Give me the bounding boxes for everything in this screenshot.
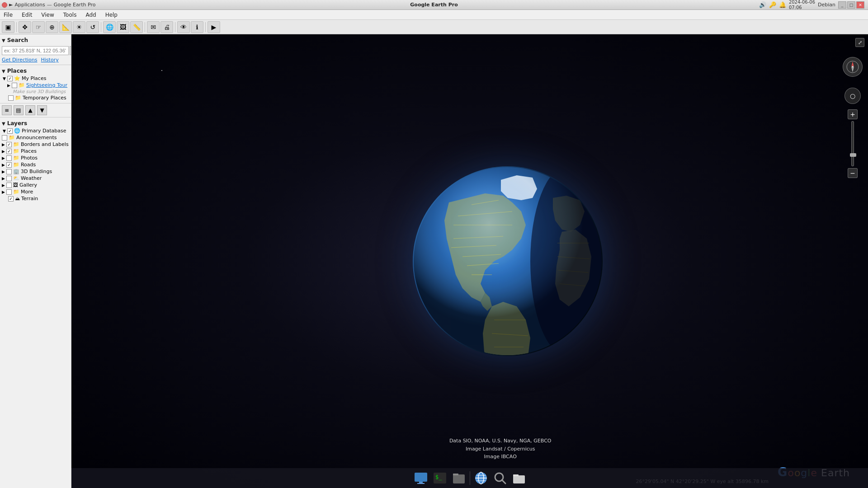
taskbar-files-btn[interactable] bbox=[450, 469, 468, 487]
history-link[interactable]: History bbox=[41, 57, 59, 63]
movie-btn[interactable]: ▶ bbox=[208, 21, 220, 33]
show-sidebar-btn[interactable]: ▣ bbox=[2, 21, 14, 33]
taskbar-desktop-btn[interactable] bbox=[412, 469, 430, 487]
sun-btn[interactable]: ☀ bbox=[73, 21, 85, 33]
sightseeing-check[interactable] bbox=[12, 83, 17, 88]
fly-btn[interactable]: 🌐 bbox=[103, 21, 116, 33]
panel-btn-list[interactable]: ≡ bbox=[2, 105, 12, 115]
photos-check[interactable] bbox=[6, 155, 12, 161]
globe-view[interactable]: ⤢ Data SIO, NOAA, U.S. Navy, NGA, GEBCO … bbox=[71, 34, 868, 488]
email-btn[interactable]: ✉ bbox=[147, 21, 160, 33]
taskbar-search-btn[interactable] bbox=[491, 469, 509, 487]
close-button[interactable] bbox=[2, 2, 7, 8]
weather-check[interactable] bbox=[6, 176, 12, 181]
svg-point-49 bbox=[852, 66, 854, 68]
menu-add[interactable]: Add bbox=[84, 11, 98, 19]
taskbar-folder-btn[interactable] bbox=[510, 469, 528, 487]
svg-rect-56 bbox=[453, 474, 458, 475]
menu-view[interactable]: View bbox=[39, 11, 56, 19]
places-layer-check[interactable]: ✓ bbox=[6, 149, 12, 154]
title-sep: — bbox=[47, 2, 52, 8]
temp-check[interactable] bbox=[8, 95, 14, 101]
zoom-tool-btn[interactable]: ⊕ bbox=[46, 21, 58, 33]
layer-primary-db[interactable]: ▼ ✓ 🌐 Primary Database bbox=[2, 127, 69, 134]
panel-btn-up[interactable]: ▲ bbox=[25, 105, 35, 115]
earth-globe[interactable] bbox=[413, 166, 603, 356]
minimize-btn[interactable]: _ bbox=[838, 1, 846, 9]
ruler-btn[interactable]: 📐 bbox=[59, 21, 72, 33]
tree-note: Make sure 3D Buildings bbox=[2, 89, 69, 94]
more-check[interactable] bbox=[6, 189, 12, 195]
taskbar-folder-icon bbox=[512, 471, 526, 485]
roads-check[interactable]: ✓ bbox=[6, 162, 12, 168]
taskbar-sep-1 bbox=[470, 471, 470, 485]
tree-temp-places[interactable]: 📁 Temporary Places bbox=[2, 94, 69, 101]
sightseeing-label[interactable]: Sightseeing Tour bbox=[26, 82, 67, 88]
layer-places[interactable]: ▶ ✓ 📁 Places bbox=[2, 148, 69, 155]
tour-btn[interactable]: ↺ bbox=[86, 21, 99, 33]
maximize-btn[interactable]: □ bbox=[847, 1, 855, 9]
layers-header[interactable]: ▼ Layers bbox=[2, 119, 69, 127]
gallery-check[interactable] bbox=[6, 183, 12, 188]
borders-check[interactable]: ✓ bbox=[6, 142, 12, 147]
zoom-in-btn[interactable]: + bbox=[848, 109, 858, 119]
ann-label: Announcements bbox=[16, 135, 57, 141]
taskbar-globe-btn[interactable] bbox=[472, 469, 490, 487]
speaker-icon[interactable]: 🔊 bbox=[759, 1, 766, 8]
applications-label[interactable]: Applications bbox=[14, 2, 45, 8]
orbit-control[interactable]: ○ bbox=[844, 88, 861, 104]
menu-file[interactable]: File bbox=[2, 11, 14, 19]
layer-borders[interactable]: ▶ ✓ 📁 Borders and Labels bbox=[2, 141, 69, 148]
close-win-btn[interactable]: ✕ bbox=[856, 1, 864, 9]
ann-check[interactable] bbox=[2, 135, 7, 141]
globe-container bbox=[413, 166, 603, 356]
info-btn[interactable]: ℹ bbox=[191, 21, 203, 33]
print-btn[interactable]: 🖨 bbox=[160, 21, 173, 33]
photo-btn[interactable]: 🖼 bbox=[117, 21, 129, 33]
taskbar-terminal-btn[interactable]: $_ bbox=[431, 469, 449, 487]
bell-icon[interactable]: 🔔 bbox=[779, 1, 786, 8]
panel-btn-down[interactable]: ▼ bbox=[37, 105, 47, 115]
zoom-out-btn[interactable]: − bbox=[848, 168, 858, 178]
move-tool-btn[interactable]: ✥ bbox=[19, 21, 31, 33]
borders-folder-icon: 📁 bbox=[13, 141, 19, 147]
layer-announcements[interactable]: 📁 Announcements bbox=[2, 134, 69, 141]
sightseeing-folder-icon: 📁 bbox=[19, 82, 25, 88]
ann-folder-icon: 📁 bbox=[9, 135, 15, 141]
layer-terrain[interactable]: ✓ ⛰ Terrain bbox=[2, 195, 69, 202]
search-input[interactable] bbox=[2, 46, 69, 55]
fullscreen-button[interactable]: ⤢ bbox=[855, 38, 864, 47]
places-layer-expand: ▶ bbox=[2, 149, 5, 154]
window-center-title: Google Earth Pro bbox=[410, 2, 458, 8]
get-directions-link[interactable]: Get Directions bbox=[2, 57, 38, 63]
my-places-label: My Places bbox=[22, 75, 46, 81]
layer-3d-buildings[interactable]: ▶ 🏢 3D Buildings bbox=[2, 168, 69, 175]
layer-weather[interactable]: ▶ ⛅ Weather bbox=[2, 175, 69, 182]
menu-tools[interactable]: Tools bbox=[61, 11, 79, 19]
tree-sightseeing[interactable]: ▶ 📁 Sightseeing Tour bbox=[2, 82, 69, 89]
tree-my-places[interactable]: ▼ ✓ ⭐ My Places bbox=[2, 75, 69, 82]
3d-check[interactable] bbox=[6, 169, 12, 174]
measure-btn[interactable]: 📏 bbox=[130, 21, 143, 33]
zoom-track[interactable] bbox=[851, 121, 854, 166]
search-header[interactable]: ▼ Search bbox=[2, 36, 69, 44]
zoom-thumb[interactable] bbox=[850, 153, 856, 157]
layer-gallery[interactable]: ▶ 🖼 Gallery bbox=[2, 182, 69, 188]
layer-roads[interactable]: ▶ ✓ 📁 Roads bbox=[2, 161, 69, 168]
my-places-check[interactable]: ✓ bbox=[7, 76, 13, 81]
primary-db-check[interactable]: ✓ bbox=[7, 128, 13, 134]
hand-tool-btn[interactable]: ☞ bbox=[32, 21, 45, 33]
places-header[interactable]: ▼ Places bbox=[2, 67, 69, 75]
compass-control[interactable] bbox=[843, 57, 863, 77]
menu-help[interactable]: Help bbox=[104, 11, 119, 19]
terrain-check[interactable]: ✓ bbox=[8, 196, 14, 202]
orbit-icon: ○ bbox=[850, 92, 855, 99]
borders-label: Borders and Labels bbox=[21, 141, 69, 147]
layer-photos[interactable]: ▶ 📁 Photos bbox=[2, 155, 69, 161]
places-layer-folder-icon: 📁 bbox=[13, 148, 19, 154]
layer-more[interactable]: ▶ 📁 More bbox=[2, 188, 69, 195]
menu-edit[interactable]: Edit bbox=[20, 11, 34, 19]
temp-places-label: Temporary Places bbox=[23, 95, 66, 101]
eye-btn[interactable]: 👁 bbox=[177, 21, 190, 33]
panel-btn-detail[interactable]: ▤ bbox=[14, 105, 24, 115]
